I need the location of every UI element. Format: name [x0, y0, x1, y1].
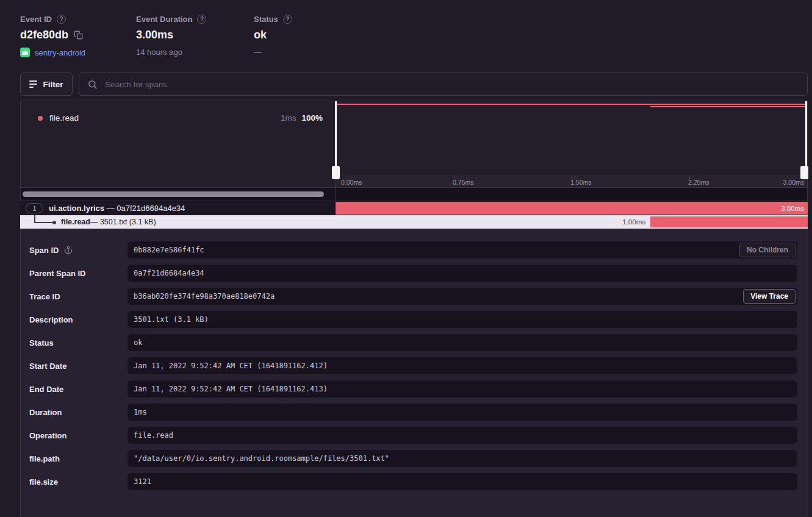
detail-value: 3501.txt (3.1 kB) [128, 311, 797, 328]
axis-tick-label: 2.25ms [688, 179, 709, 186]
detail-row-parent-span-id: Parent Span ID 0a7f21d6684a4e34 [21, 265, 808, 282]
axis-tick-label: 0.75ms [453, 179, 473, 186]
status-value: ok [254, 29, 267, 41]
minimap-legend-panel: file.read 1ms 100% [21, 101, 336, 188]
filter-button-label: Filter [43, 80, 63, 89]
span-duration-label: 1.00ms [622, 215, 645, 229]
detail-row-duration: Duration 1ms [21, 404, 808, 421]
minimap-span-line-2 [650, 106, 807, 107]
minimap-scroll-strip [21, 187, 807, 201]
search-icon [87, 79, 98, 92]
detail-label: file.path [21, 454, 128, 463]
copy-icon[interactable] [74, 30, 83, 40]
detail-label: Duration [21, 408, 128, 417]
event-id-block: Event ID ? d2fe80db sentry-android [20, 15, 85, 57]
detail-label: Description [21, 315, 128, 324]
help-icon[interactable]: ? [283, 15, 292, 24]
viewport-handle-right[interactable] [800, 166, 808, 179]
span-title: file.read — 3501.txt (3.1 kB) [61, 215, 156, 229]
legend-op-name: file.read [49, 113, 79, 123]
detail-label: Parent Span ID [21, 269, 128, 278]
detail-row-operation: Operation file.read [21, 427, 808, 444]
span-duration-label: 3.00ms [781, 202, 804, 215]
viewport-handle-left[interactable] [332, 166, 340, 179]
detail-label: Trace ID [21, 292, 128, 301]
detail-row-end-date: End Date Jan 11, 2022 9:52:42 AM CET (16… [21, 380, 808, 398]
span-details-panel: Span ID 0b882e7e586f41fc No Children Par… [20, 229, 808, 517]
minimap-span-line-1 [336, 104, 807, 105]
filter-button[interactable]: Filter [20, 73, 73, 96]
span-row-file-read-selected[interactable]: file.read — 3501.txt (3.1 kB) 1.00ms [20, 215, 808, 229]
detail-label: Status [21, 338, 128, 348]
event-id-value: d2fe80db [20, 29, 68, 41]
span-title: ui.action.lyrics — 0a7f21d6684a4e34 [49, 204, 185, 213]
project-link[interactable]: sentry-android [35, 48, 85, 57]
detail-row-span-id: Span ID 0b882e7e586f41fc No Children [21, 241, 808, 258]
search-input[interactable] [79, 73, 808, 96]
detail-label: End Date [21, 385, 128, 394]
event-id-label: Event ID [20, 15, 52, 24]
detail-value: 0a7f21d6684a4e34 [128, 265, 797, 282]
trace-event-screen: Event ID ? d2fe80db sentry-android Event… [0, 0, 812, 517]
tree-connector [34, 215, 35, 222]
detail-value: Jan 11, 2022 9:52:42 AM CET (1641891162.… [128, 380, 797, 398]
span-duration-bar[interactable]: 3.00ms [336, 202, 808, 215]
axis-tick-label: 1.50ms [570, 179, 591, 186]
event-duration-label: Event Duration [136, 15, 192, 24]
event-time-ago: 14 hours ago [136, 48, 182, 57]
horizontal-scrollbar-track [21, 188, 336, 201]
view-trace-button[interactable]: View Trace [743, 289, 796, 304]
legend-op-duration: 1ms [281, 113, 296, 123]
detail-value: 3121 [128, 473, 797, 490]
tree-connector-dot [52, 221, 56, 224]
detail-row-file-path: file.path "/data/user/0/io.sentry.androi… [21, 450, 808, 467]
detail-value: Jan 11, 2022 9:52:42 AM CET (1641891162.… [128, 357, 797, 374]
axis-tick-label: 0.00ms [341, 179, 362, 186]
detail-row-file-size: file.size 3121 [21, 473, 808, 490]
detail-value: 0b882e7e586f41fc No Children [128, 241, 797, 258]
axis-tick-label: 3.00ms [783, 179, 804, 186]
anchor-icon[interactable] [64, 246, 73, 254]
trace-minimap: file.read 1ms 100% 0.00ms 0.75ms 1.50ms … [20, 101, 808, 201]
no-children-button[interactable]: No Children [739, 243, 796, 257]
minimap-timeline[interactable]: 0.00ms 0.75ms 1.50ms 2.25ms 3.00ms [336, 101, 807, 188]
status-label: Status [254, 15, 278, 24]
op-color-dot [38, 116, 43, 121]
detail-value: 1ms [128, 404, 797, 421]
detail-label: Span ID [21, 246, 128, 255]
detail-value: b36ab020fe374fe98a370ae818e0742a View Tr… [128, 288, 797, 305]
filter-icon [29, 80, 37, 88]
legend-row-file-read[interactable]: file.read 1ms 100% [38, 113, 323, 123]
detail-row-status: Status ok [21, 334, 808, 351]
detail-value: "/data/user/0/io.sentry.android.roomsamp… [128, 450, 797, 467]
status-block: Status ? ok — [254, 15, 292, 57]
help-icon[interactable]: ? [197, 15, 206, 24]
detail-row-trace-id: Trace ID b36ab020fe374fe98a370ae818e0742… [21, 288, 808, 305]
span-duration-bar[interactable] [650, 216, 808, 227]
event-duration-block: Event Duration ? 3.00ms 14 hours ago [136, 15, 206, 57]
detail-label: Operation [21, 431, 128, 440]
legend-op-percent: 100% [301, 113, 323, 123]
event-duration-value: 3.00ms [136, 29, 173, 41]
help-icon[interactable]: ? [57, 15, 66, 24]
detail-value: file.read [128, 427, 797, 444]
status-sub: — [254, 48, 262, 57]
detail-value: ok [128, 334, 797, 351]
tree-connector [34, 222, 52, 223]
android-platform-icon [20, 48, 30, 57]
detail-label: Start Date [21, 362, 128, 371]
span-row-ui-action-lyrics[interactable]: 1 ui.action.lyrics — 0a7f21d6684a4e34 3.… [20, 201, 808, 215]
horizontal-scrollbar-thumb[interactable] [23, 191, 324, 197]
detail-row-description: Description 3501.txt (3.1 kB) [21, 311, 808, 328]
span-children-count-badge[interactable]: 1 [26, 203, 43, 213]
detail-row-start-date: Start Date Jan 11, 2022 9:52:42 AM CET (… [21, 357, 808, 374]
time-axis: 0.00ms 0.75ms 1.50ms 2.25ms 3.00ms [336, 176, 807, 188]
span-search [79, 73, 808, 96]
detail-label: file.size [21, 477, 128, 487]
